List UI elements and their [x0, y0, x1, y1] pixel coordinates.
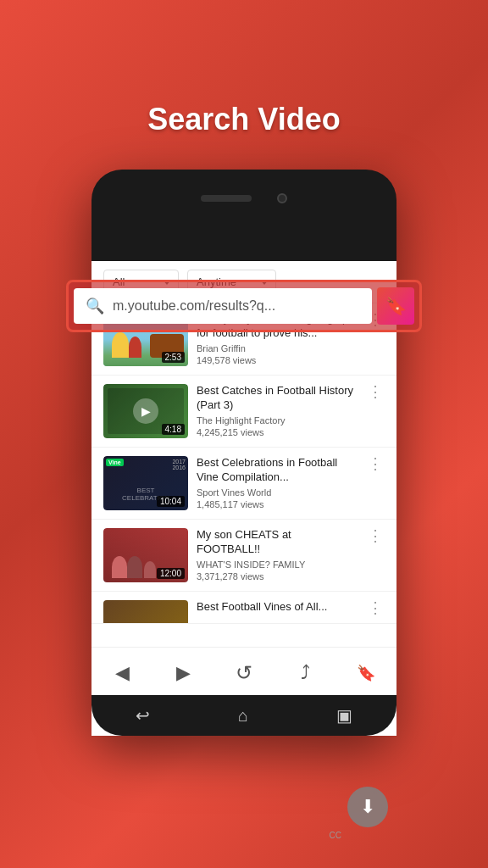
system-back-button[interactable]: ↩	[129, 698, 157, 732]
video-duration: 12:00	[157, 568, 185, 579]
video-channel: Sport Vines World	[197, 487, 358, 498]
search-bar-wrapper: 🔍 m.youtube.com/results?q... 🔖	[66, 280, 422, 332]
video-views: 3,371,278 views	[197, 571, 358, 581]
search-input[interactable]: m.youtube.com/results?q...	[113, 298, 360, 314]
more-options-button[interactable]: ⋮	[366, 382, 385, 401]
video-channel: Brian Griffin	[197, 343, 358, 353]
video-info: My son CHEATS at FOOTBALL!! WHAT'S INSID…	[197, 528, 358, 581]
video-thumbnail: ▶ 4:18	[103, 384, 188, 438]
video-info: Best Catches in Football History (Part 3…	[197, 384, 358, 437]
video-duration: 4:18	[162, 424, 185, 435]
bookmark-icon: 🔖	[385, 296, 407, 316]
video-views: 4,245,215 views	[197, 427, 358, 437]
more-options-button[interactable]: ⋮	[366, 598, 385, 617]
system-navigation: ↩ ⌂ ▣	[92, 695, 396, 736]
video-title: My son CHEATS at FOOTBALL!!	[197, 528, 358, 557]
phone-top	[92, 186, 396, 214]
share-button[interactable]: ⤴	[286, 658, 324, 688]
bottom-navigation: ◀ ▶ ↺ ⤴ 🔖	[92, 647, 396, 695]
video-thumbnail: Vine BESTCELEBRATION 20172016 10:04	[103, 456, 188, 510]
search-icon: 🔍	[86, 297, 104, 315]
video-duration: 2:53	[162, 352, 185, 363]
back-button[interactable]: ◀	[103, 658, 141, 688]
video-thumbnail	[103, 600, 188, 624]
system-recents-button[interactable]: ▣	[330, 698, 359, 732]
video-item[interactable]: 12:00 My son CHEATS at FOOTBALL!! WHAT'S…	[92, 520, 396, 592]
phone-frame: All Video Channel Playlist Anytime Today…	[92, 170, 396, 736]
download-icon: ⬇	[360, 796, 375, 818]
bookmark-icon-button[interactable]: 🔖	[377, 287, 414, 325]
download-button[interactable]: ⬇	[347, 787, 388, 827]
video-views: 149,578 views	[197, 355, 358, 365]
video-item[interactable]: Best Football Vines of All... ⋮	[92, 592, 396, 624]
refresh-button[interactable]: ↺	[225, 658, 263, 688]
more-options-button[interactable]: ⋮	[366, 526, 385, 545]
forward-button[interactable]: ▶	[164, 658, 202, 688]
phone-content: All Video Channel Playlist Anytime Today…	[92, 261, 396, 736]
search-bar-inner[interactable]: 🔍 m.youtube.com/results?q...	[74, 288, 372, 324]
page-title: Search Video	[0, 102, 488, 137]
video-info: Best Football Vines of All...	[197, 600, 358, 617]
video-title: Best Football Vines of All...	[197, 600, 358, 615]
video-channel: The Highlight Factory	[197, 415, 358, 426]
video-views: 1,485,117 views	[197, 499, 358, 509]
video-duration: 10:04	[157, 496, 185, 507]
video-title: Best Celebrations in Football Vine Compi…	[197, 456, 358, 485]
cc-badge: CC	[330, 831, 341, 840]
video-channel: WHAT'S INSIDE? FAMILY	[197, 559, 358, 570]
video-thumbnail: 12:00	[103, 528, 188, 582]
bookmark-button[interactable]: 🔖	[347, 658, 385, 688]
video-item[interactable]: Vine BESTCELEBRATION 20172016 10:04 Best…	[92, 448, 396, 520]
phone-speaker	[201, 195, 252, 202]
video-list: 2:53 Family Guy - Stewie signing up for …	[92, 303, 396, 624]
phone-camera	[277, 193, 287, 203]
video-info: Best Celebrations in Football Vine Compi…	[197, 456, 358, 509]
video-item[interactable]: ▶ 4:18 Best Catches in Football History …	[92, 376, 396, 448]
more-options-button[interactable]: ⋮	[366, 454, 385, 473]
video-title: Best Catches in Football History (Part 3…	[197, 384, 358, 413]
search-bar-highlight: 🔍 m.youtube.com/results?q... 🔖	[66, 280, 422, 332]
system-home-button[interactable]: ⌂	[231, 699, 255, 732]
